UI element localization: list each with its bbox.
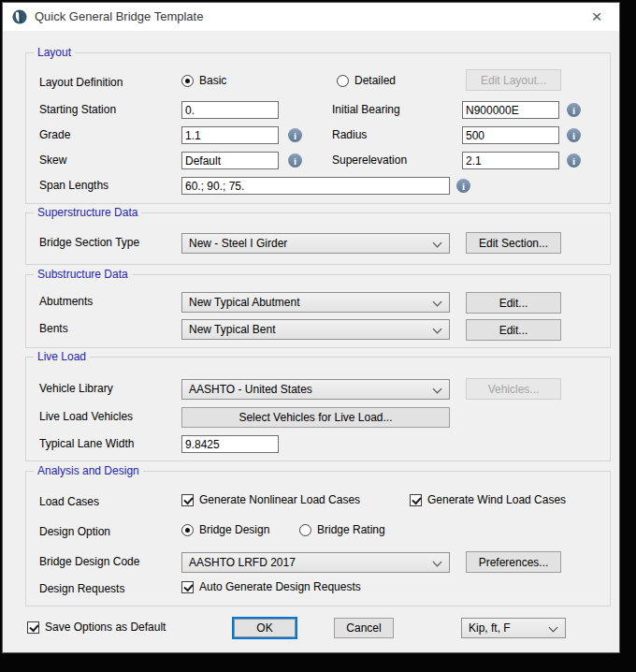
radio-circle-icon — [337, 75, 349, 87]
chevron-down-icon — [433, 558, 442, 567]
radio-circle-icon — [181, 524, 194, 536]
layout-definition-label: Layout Definition — [39, 74, 123, 92]
typical-lane-width-label: Typical Lane Width — [39, 435, 134, 453]
superelevation-label: Superelevation — [332, 152, 407, 169]
detailed-radio-label: Detailed — [354, 74, 396, 87]
grade-label: Grade — [39, 126, 70, 144]
units-value: Kip, ft, F — [469, 621, 511, 635]
bridge-rating-radio-label: Bridge Rating — [317, 523, 385, 536]
close-icon: × — [591, 7, 601, 27]
radius-label: Radius — [332, 126, 367, 144]
checkbox-icon — [181, 494, 194, 506]
design-requests-label: Design Requests — [39, 580, 124, 598]
nonlinear-load-cases-checkbox[interactable]: Generate Nonlinear Load Cases — [181, 493, 360, 506]
edit-layout-button[interactable]: Edit Layout... — [466, 69, 561, 91]
auto-generate-design-requests-label: Auto Generate Design Requests — [199, 580, 361, 593]
group-analysis-design: Analysis and Design Load Cases Generate … — [25, 471, 611, 606]
preferences-button[interactable]: Preferences... — [466, 551, 561, 573]
nonlinear-load-cases-label: Generate Nonlinear Load Cases — [199, 493, 360, 506]
cancel-button[interactable]: Cancel — [334, 618, 394, 638]
group-superstructure-title: Superstructure Data — [34, 206, 141, 219]
initial-bearing-input[interactable] — [462, 101, 559, 119]
select-vehicles-button[interactable]: Select Vehicles for Live Load... — [181, 407, 450, 428]
group-live-load-title: Live Load — [34, 350, 90, 363]
save-options-default-label: Save Options as Default — [45, 621, 166, 634]
span-lengths-info-icon[interactable]: i — [456, 179, 470, 193]
app-logo-icon — [12, 9, 27, 24]
group-layout-title: Layout — [34, 46, 75, 59]
design-option-label: Design Option — [39, 523, 110, 541]
starting-station-label: Starting Station — [39, 101, 116, 119]
abutments-dropdown[interactable]: New Typical Abutment — [181, 292, 450, 313]
typical-lane-width-input[interactable] — [181, 435, 279, 453]
vehicles-button[interactable]: Vehicles... — [466, 378, 561, 400]
radius-input[interactable] — [462, 126, 559, 144]
basic-radio-label: Basic — [199, 74, 226, 87]
group-substructure: Substructure Data Abutments New Typical … — [25, 274, 611, 348]
bridge-design-radio-label: Bridge Design — [199, 523, 269, 536]
bridge-rating-radio[interactable]: Bridge Rating — [299, 523, 385, 536]
bridge-design-code-dropdown[interactable]: AASHTO LRFD 2017 — [181, 552, 450, 573]
bridge-section-type-dropdown[interactable]: New - Steel I Girder — [181, 233, 450, 254]
span-lengths-label: Span Lengths — [39, 177, 108, 195]
initial-bearing-label: Initial Bearing — [332, 101, 400, 119]
vehicle-library-dropdown[interactable]: AASHTO - United States — [181, 379, 450, 400]
grade-info-icon[interactable]: i — [288, 128, 302, 142]
chevron-down-icon — [433, 239, 442, 248]
bridge-design-radio[interactable]: Bridge Design — [181, 523, 269, 536]
bents-edit-button[interactable]: Edit... — [466, 319, 561, 341]
bridge-section-type-label: Bridge Section Type — [39, 234, 139, 252]
vehicle-library-label: Vehicle Library — [39, 380, 113, 398]
chevron-down-icon — [433, 298, 442, 307]
superelevation-info-icon[interactable]: i — [567, 153, 581, 168]
skew-label: Skew — [39, 152, 66, 169]
chevron-down-icon — [433, 385, 442, 394]
checkbox-icon — [181, 581, 194, 593]
checkbox-icon — [27, 621, 39, 634]
basic-radio[interactable]: Basic — [181, 74, 226, 87]
save-options-default-checkbox[interactable]: Save Options as Default — [27, 621, 166, 634]
close-button[interactable]: × — [580, 3, 614, 31]
titlebar: Quick General Bridge Template × — [3, 3, 619, 31]
grade-input[interactable] — [181, 126, 279, 144]
initial-bearing-info-icon[interactable]: i — [567, 103, 581, 117]
group-analysis-design-title: Analysis and Design — [34, 464, 143, 477]
dialog-window: Quick General Bridge Template × Layout L… — [2, 2, 620, 653]
radio-circle-icon — [181, 75, 194, 87]
superelevation-input[interactable] — [462, 152, 559, 169]
chevron-down-icon — [549, 623, 558, 633]
wind-load-cases-label: Generate Wind Load Cases — [427, 493, 566, 506]
ok-button[interactable]: OK — [232, 617, 297, 639]
radio-circle-icon — [299, 524, 311, 536]
group-live-load: Live Load Vehicle Library AASHTO - Unite… — [25, 357, 611, 461]
vehicle-library-value: AASHTO - United States — [189, 383, 312, 396]
bents-value: New Typical Bent — [189, 323, 276, 336]
bents-label: Bents — [39, 320, 68, 338]
chevron-down-icon — [433, 325, 442, 334]
units-dropdown[interactable]: Kip, ft, F — [461, 618, 566, 638]
starting-station-input[interactable] — [181, 101, 279, 119]
bridge-section-type-value: New - Steel I Girder — [189, 237, 287, 250]
window-title: Quick General Bridge Template — [35, 3, 203, 31]
detailed-radio[interactable]: Detailed — [337, 74, 396, 87]
group-layout: Layout Layout Definition Basic Detailed … — [25, 52, 611, 204]
skew-info-icon[interactable]: i — [288, 153, 302, 168]
radius-info-icon[interactable]: i — [567, 128, 581, 142]
bridge-design-code-value: AASHTO LRFD 2017 — [189, 556, 296, 569]
checkbox-icon — [410, 494, 422, 506]
abutments-value: New Typical Abutment — [189, 296, 300, 309]
group-substructure-title: Substructure Data — [34, 268, 132, 281]
bridge-design-code-label: Bridge Design Code — [39, 553, 139, 571]
live-load-vehicles-label: Live Load Vehicles — [39, 408, 133, 426]
group-superstructure: Superstructure Data Bridge Section Type … — [25, 212, 611, 265]
span-lengths-input[interactable] — [181, 177, 450, 195]
auto-generate-design-requests-checkbox[interactable]: Auto Generate Design Requests — [181, 580, 361, 593]
wind-load-cases-checkbox[interactable]: Generate Wind Load Cases — [410, 493, 566, 506]
edit-section-button[interactable]: Edit Section... — [466, 232, 561, 254]
abutments-edit-button[interactable]: Edit... — [466, 292, 561, 314]
abutments-label: Abutments — [39, 293, 93, 311]
load-cases-label: Load Cases — [39, 493, 99, 511]
bents-dropdown[interactable]: New Typical Bent — [181, 319, 450, 340]
skew-input[interactable] — [181, 152, 279, 169]
